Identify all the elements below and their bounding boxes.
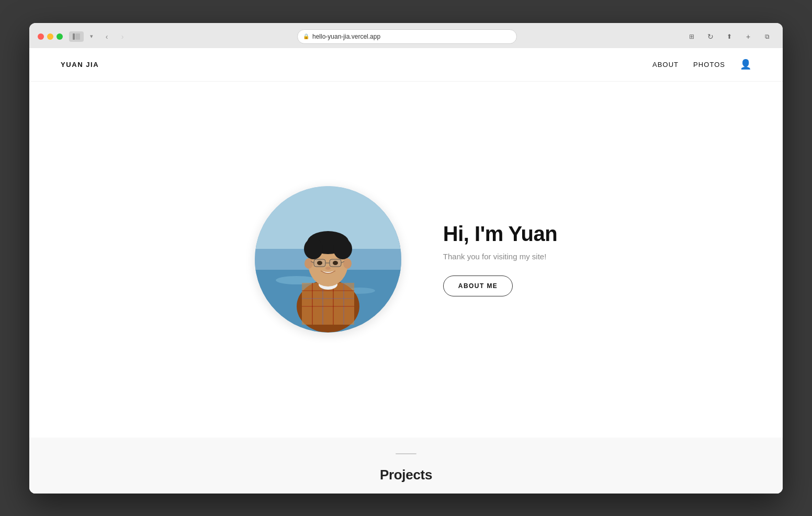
new-tab-button[interactable]: + (741, 30, 755, 43)
hero-heading: Hi, I'm Yuan (443, 222, 557, 246)
minimize-button[interactable] (47, 33, 53, 40)
url-text: hello-yuan-jia.vercel.app (312, 33, 380, 40)
refresh-button[interactable]: ↻ (703, 30, 718, 43)
hero-subtitle: Thank you for visiting my site! (443, 252, 557, 261)
site-navigation: YUAN JIA ABOUT PHOTOS 👤 (29, 48, 783, 82)
back-button[interactable]: ‹ (99, 30, 114, 43)
traffic-lights (38, 33, 63, 40)
svg-point-34 (325, 267, 331, 270)
projects-heading: Projects (380, 467, 432, 483)
nav-links: ABOUT PHOTOS 👤 (652, 59, 751, 70)
profile-photo-container (255, 186, 401, 332)
user-icon[interactable]: 👤 (740, 59, 751, 70)
browser-actions: ⊞ ↻ ⬆ + ⧉ (684, 30, 774, 43)
nav-link-about[interactable]: ABOUT (652, 61, 679, 68)
browser-window: ▾ ‹ › 🔒 hello-yuan-jia.vercel.app ⊞ (29, 23, 783, 494)
site-logo[interactable]: YUAN JIA (61, 61, 99, 68)
close-button[interactable] (38, 33, 44, 40)
tab-overview-button[interactable]: ⧉ (760, 30, 774, 43)
svg-point-21 (304, 238, 323, 259)
website-content: YUAN JIA ABOUT PHOTOS 👤 (29, 48, 783, 494)
sidebar-toggle-button[interactable] (69, 31, 84, 42)
address-bar[interactable]: 🔒 hello-yuan-jia.vercel.app (297, 29, 517, 44)
chevron-down-icon: ▾ (90, 33, 93, 40)
forward-button[interactable]: › (115, 30, 130, 43)
divider (396, 453, 416, 454)
nav-link-photos[interactable]: PHOTOS (693, 61, 725, 68)
svg-point-22 (333, 238, 352, 259)
svg-rect-1 (75, 33, 80, 40)
hero-text: Hi, I'm Yuan Thank you for visiting my s… (443, 222, 557, 296)
lock-icon: 🔒 (303, 33, 309, 39)
nav-buttons: ‹ › (99, 30, 130, 43)
svg-point-33 (333, 261, 338, 265)
browser-chrome: ▾ ‹ › 🔒 hello-yuan-jia.vercel.app ⊞ (29, 23, 783, 48)
hero-section: Hi, I'm Yuan Thank you for visiting my s… (29, 82, 783, 438)
about-me-button[interactable]: ABOUT ME (443, 276, 513, 296)
svg-point-32 (317, 261, 322, 265)
share-button[interactable]: ⬆ (722, 30, 737, 43)
svg-point-23 (304, 258, 313, 269)
bottom-section: Projects (29, 438, 783, 494)
maximize-button[interactable] (57, 33, 63, 40)
svg-rect-0 (73, 33, 75, 40)
extensions-button[interactable]: ⊞ (684, 30, 699, 43)
svg-point-24 (343, 258, 352, 269)
hero-inner: Hi, I'm Yuan Thank you for visiting my s… (255, 186, 557, 332)
profile-photo (255, 186, 401, 332)
